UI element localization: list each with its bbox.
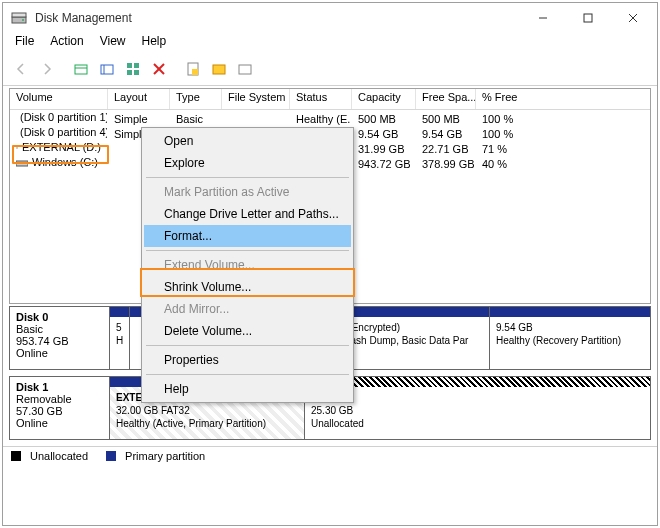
toolbar-button-3[interactable] (181, 57, 205, 81)
col-layout[interactable]: Layout (108, 89, 170, 109)
disk-0-label: Disk 0 Basic 953.74 GB Online (10, 307, 110, 369)
ctx-shrink[interactable]: Shrink Volume... (144, 276, 351, 298)
menu-help[interactable]: Help (136, 33, 173, 53)
legend-swatch-unallocated (11, 451, 21, 461)
list-header: Volume Layout Type File System Status Ca… (10, 89, 650, 110)
svg-rect-20 (239, 65, 251, 74)
svg-rect-11 (127, 63, 132, 68)
ctx-help[interactable]: Help (144, 378, 351, 400)
col-filesystem[interactable]: File System (222, 89, 290, 109)
volume-list[interactable]: Volume Layout Type File System Status Ca… (9, 88, 651, 304)
list-body: (Disk 0 partition 1) Simple Basic Health… (10, 110, 650, 170)
cell-status: Healthy (E... (290, 110, 352, 125)
svg-rect-19 (213, 65, 225, 74)
svg-point-2 (22, 19, 24, 21)
ctx-mark-active: Mark Partition as Active (144, 181, 351, 203)
toolbar-button-1[interactable] (69, 57, 93, 81)
cell-free: 9.54 GB (416, 125, 476, 140)
cell-capacity: 31.99 GB (352, 140, 416, 155)
cell-capacity: 943.72 GB (352, 155, 416, 170)
col-pctfree[interactable]: % Free (476, 89, 650, 109)
cell-pct: 100 % (476, 110, 650, 125)
ctx-change-letter[interactable]: Change Drive Letter and Paths... (144, 203, 351, 225)
svg-rect-14 (134, 70, 139, 75)
toolbar (3, 53, 657, 86)
menu-file[interactable]: File (9, 33, 40, 53)
forward-button[interactable] (35, 57, 59, 81)
menu-action[interactable]: Action (44, 33, 89, 53)
svg-rect-23 (16, 147, 18, 148)
col-status[interactable]: Status (290, 89, 352, 109)
legend-primary: Primary partition (125, 450, 205, 462)
cell-volume: (Disk 0 partition 4) (20, 125, 108, 140)
ctx-format[interactable]: Format... (144, 225, 351, 247)
drive-icon (16, 158, 28, 168)
col-capacity[interactable]: Capacity (352, 89, 416, 109)
ctx-separator (146, 345, 349, 346)
ctx-properties[interactable]: Properties (144, 349, 351, 371)
legend-swatch-primary (106, 451, 116, 461)
context-menu: Open Explore Mark Partition as Active Ch… (141, 127, 354, 403)
cell-layout: Simple (108, 110, 170, 125)
titlebar: Disk Management (3, 3, 657, 33)
cell-pct: 71 % (476, 140, 650, 155)
svg-rect-13 (127, 70, 132, 75)
ctx-explore[interactable]: Explore (144, 152, 351, 174)
maximize-button[interactable] (565, 4, 610, 32)
ctx-separator (146, 177, 349, 178)
ctx-add-mirror: Add Mirror... (144, 298, 351, 320)
menu-view[interactable]: View (94, 33, 132, 53)
cell-pct: 40 % (476, 155, 650, 170)
legend-unallocated: Unallocated (30, 450, 88, 462)
ctx-separator (146, 374, 349, 375)
toolbar-button-5[interactable] (233, 57, 257, 81)
cell-capacity: 9.54 GB (352, 125, 416, 140)
svg-rect-12 (134, 63, 139, 68)
disk-management-window: Disk Management File Action View Help Vo… (2, 2, 658, 526)
col-free[interactable]: Free Spa... (416, 89, 476, 109)
toolbar-button-4[interactable] (207, 57, 231, 81)
disk0-partition-1[interactable]: 5H (110, 307, 130, 369)
toolbar-button-2[interactable] (95, 57, 119, 81)
svg-rect-24 (16, 161, 28, 166)
close-button[interactable] (610, 4, 655, 32)
svg-rect-1 (12, 13, 26, 17)
app-icon (11, 10, 27, 26)
disk0-partition-3[interactable]: 9.54 GBHealthy (Recovery Partition) (490, 307, 650, 369)
svg-rect-18 (192, 69, 198, 75)
svg-rect-7 (75, 65, 87, 74)
list-row[interactable]: (Disk 0 partition 1) Simple Basic Health… (10, 110, 650, 125)
refresh-button[interactable] (121, 57, 145, 81)
back-button[interactable] (9, 57, 33, 81)
cell-volume: Windows (C:) (32, 155, 98, 170)
ctx-delete[interactable]: Delete Volume... (144, 320, 351, 342)
cell-pct: 100 % (476, 125, 650, 140)
ctx-separator (146, 250, 349, 251)
cell-free: 22.71 GB (416, 140, 476, 155)
cell-capacity: 500 MB (352, 110, 416, 125)
window-title: Disk Management (35, 11, 132, 25)
delete-button[interactable] (147, 57, 171, 81)
col-type[interactable]: Type (170, 89, 222, 109)
disk-1-label: Disk 1 Removable 57.30 GB Online (10, 377, 110, 439)
col-volume[interactable]: Volume (10, 89, 108, 109)
ctx-extend: Extend Volume... (144, 254, 351, 276)
cell-fs (222, 110, 290, 125)
svg-rect-9 (101, 65, 113, 74)
minimize-button[interactable] (520, 4, 565, 32)
cell-type: Basic (170, 110, 222, 125)
drive-icon (16, 143, 18, 153)
cell-volume: EXTERNAL (D:) (22, 140, 101, 155)
legend: Unallocated Primary partition (3, 446, 657, 465)
menubar: File Action View Help (3, 33, 657, 53)
cell-volume: (Disk 0 partition 1) (20, 110, 108, 125)
svg-rect-4 (584, 14, 592, 22)
cell-free: 378.99 GB (416, 155, 476, 170)
disk1-unallocated[interactable]: 25.30 GBUnallocated (305, 377, 650, 439)
cell-free: 500 MB (416, 110, 476, 125)
ctx-open[interactable]: Open (144, 130, 351, 152)
